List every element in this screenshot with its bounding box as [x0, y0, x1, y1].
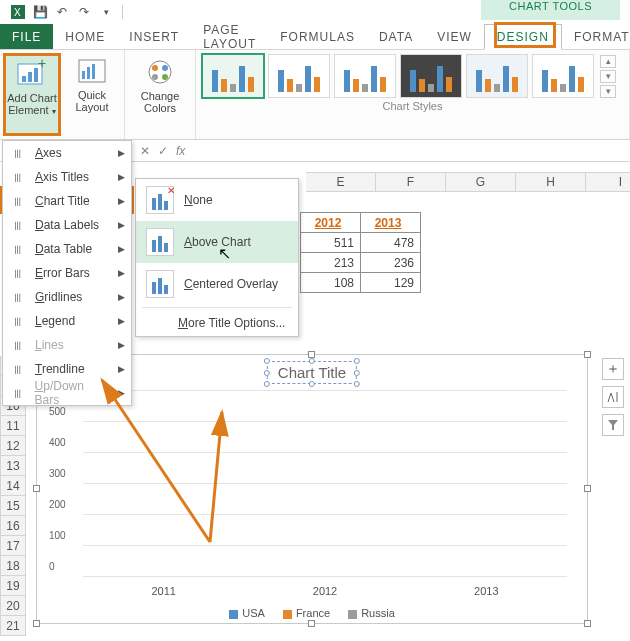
menu-item-data-labels[interactable]: ⫼ Data Labels ▶ [3, 213, 131, 237]
tab-format[interactable]: FORMAT [562, 24, 630, 49]
svg-point-15 [162, 74, 168, 80]
column-header-H[interactable]: H [516, 172, 586, 192]
row-header-19[interactable]: 19 [0, 576, 26, 596]
redo-icon[interactable]: ↷ [76, 4, 92, 20]
quick-layout-button[interactable]: Quick Layout [63, 53, 121, 136]
table-cell[interactable]: 236 [361, 253, 421, 273]
table-header[interactable]: 2013 [361, 213, 421, 233]
row-header-16[interactable]: 16 [0, 516, 26, 536]
row-header-13[interactable]: 13 [0, 456, 26, 476]
chart-style-2[interactable] [268, 54, 330, 98]
chart-filters-button[interactable] [602, 414, 624, 436]
menu-item-chart-title[interactable]: ⫼ Chart Title ▶ [3, 189, 131, 213]
chevron-right-icon: ▶ [118, 244, 125, 254]
chart-icon: ⫼ [9, 386, 27, 400]
tab-page-layout[interactable]: PAGE LAYOUT [191, 24, 268, 49]
quick-layout-label: Quick Layout [75, 89, 108, 113]
row-header-17[interactable]: 17 [0, 536, 26, 556]
svg-text:X: X [14, 7, 21, 18]
undo-icon[interactable]: ↶ [54, 4, 70, 20]
add-chart-element-label: Add Chart Element ▾ [7, 92, 57, 118]
table-cell[interactable]: 129 [361, 273, 421, 293]
menu-item-gridlines[interactable]: ⫼ Gridlines ▶ [3, 285, 131, 309]
submenu-more-options[interactable]: More Title Options... [136, 310, 298, 336]
chevron-right-icon: ▶ [118, 292, 125, 302]
legend-item-USA[interactable]: USA [229, 607, 265, 619]
chart-icon: ⫼ [9, 170, 27, 184]
chart-style-6[interactable] [532, 54, 594, 98]
customize-qat-dropdown[interactable]: ▾ [98, 4, 114, 20]
tab-data[interactable]: DATA [367, 24, 425, 49]
chart-title-placeholder[interactable]: Chart Title [267, 361, 357, 384]
chart-icon: ⫼ [9, 266, 27, 280]
submenu-item-label: Centered Overlay [184, 277, 278, 291]
menu-item-trendline[interactable]: ⫼ Trendline ▶ [3, 357, 131, 381]
chart-icon: ⫼ [9, 314, 27, 328]
svg-rect-3 [22, 76, 26, 82]
chart-legend: USAFranceRussia [37, 607, 587, 619]
table-header[interactable]: 2012 [301, 213, 361, 233]
row-header-12[interactable]: 12 [0, 436, 26, 456]
chart-icon: ⫼ [9, 194, 27, 208]
enter-icon[interactable]: ✓ [158, 144, 168, 158]
menu-item-data-table[interactable]: ⫼ Data Table ▶ [3, 237, 131, 261]
chevron-right-icon: ▶ [118, 340, 125, 350]
chart-styles-scroll[interactable]: ▴▾▾ [600, 55, 616, 98]
chevron-right-icon: ▶ [118, 196, 125, 206]
column-header-F[interactable]: F [376, 172, 446, 192]
tab-insert[interactable]: INSERT [117, 24, 191, 49]
menu-item-up/down-bars: ⫼ Up/Down Bars ▶ [3, 381, 131, 405]
legend-item-Russia[interactable]: Russia [348, 607, 395, 619]
menu-item-legend[interactable]: ⫼ Legend ▶ [3, 309, 131, 333]
ribbon-tabs: FILE HOME INSERT PAGE LAYOUT FORMULAS DA… [0, 24, 630, 50]
tab-formulas[interactable]: FORMULAS [268, 24, 367, 49]
tab-home[interactable]: HOME [53, 24, 117, 49]
menu-item-label: Data Labels [35, 218, 99, 232]
column-header-I[interactable]: I [586, 172, 630, 192]
column-header-G[interactable]: G [446, 172, 516, 192]
row-header-11[interactable]: 11 [0, 416, 26, 436]
svg-rect-8 [82, 71, 85, 79]
chart-style-3[interactable] [334, 54, 396, 98]
add-chart-element-button[interactable]: + Add Chart Element ▾ [3, 53, 61, 136]
fx-icon[interactable]: fx [176, 144, 185, 158]
chart-style-4[interactable] [400, 54, 462, 98]
menu-item-axes[interactable]: ⫼ Axes ▶ [3, 141, 131, 165]
menu-item-label: Trendline [35, 362, 85, 376]
cursor-icon: ↖ [218, 244, 231, 263]
column-header-E[interactable]: E [306, 172, 376, 192]
chart-styles-group-label: Chart Styles [202, 98, 623, 112]
chart-style-5[interactable] [466, 54, 528, 98]
excel-icon: X [10, 4, 26, 20]
submenu-item-above-chart[interactable]: Above Chart [136, 221, 298, 263]
table-cell[interactable]: 213 [301, 253, 361, 273]
row-header-21[interactable]: 21 [0, 616, 26, 636]
y-tick-label: 200 [49, 499, 66, 510]
chart-styles-button[interactable] [602, 386, 624, 408]
menu-item-axis-titles[interactable]: ⫼ Axis Titles ▶ [3, 165, 131, 189]
chart-style-1[interactable] [202, 54, 264, 98]
svg-point-12 [152, 65, 158, 71]
chart-title-submenu: ✕ None Above Chart Centered OverlayMore … [135, 178, 299, 337]
submenu-item-centered-overlay[interactable]: Centered Overlay [136, 263, 298, 305]
menu-item-label: Data Table [35, 242, 92, 256]
legend-item-France[interactable]: France [283, 607, 330, 619]
add-chart-element-menu: ⫼ Axes ▶⫼ Axis Titles ▶⫼ Chart Title ▶⫼ … [2, 140, 132, 406]
submenu-item-none[interactable]: ✕ None [136, 179, 298, 221]
tab-view[interactable]: VIEW [425, 24, 484, 49]
tab-file[interactable]: FILE [0, 24, 53, 49]
table-cell[interactable]: 478 [361, 233, 421, 253]
save-icon[interactable]: 💾 [32, 4, 48, 20]
chart-elements-button[interactable]: ＋ [602, 358, 624, 380]
table-cell[interactable]: 511 [301, 233, 361, 253]
table-cell[interactable]: 108 [301, 273, 361, 293]
row-header-14[interactable]: 14 [0, 476, 26, 496]
row-header-15[interactable]: 15 [0, 496, 26, 516]
row-header-18[interactable]: 18 [0, 556, 26, 576]
menu-item-error-bars[interactable]: ⫼ Error Bars ▶ [3, 261, 131, 285]
y-tick-label: 400 [49, 437, 66, 448]
y-tick-label: 100 [49, 530, 66, 541]
change-colors-button[interactable]: Change Colors [131, 54, 189, 116]
cancel-icon[interactable]: ✕ [140, 144, 150, 158]
row-header-20[interactable]: 20 [0, 596, 26, 616]
